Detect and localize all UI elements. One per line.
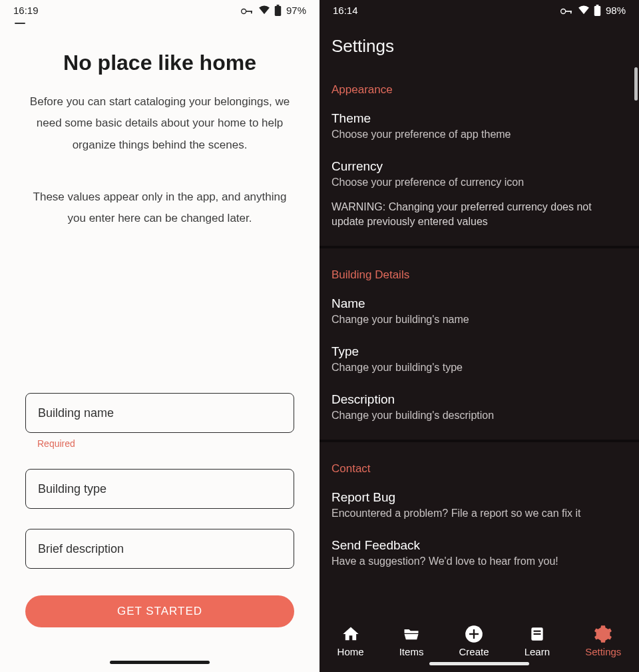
setting-building-desc[interactable]: Description Change your building's descr… [320,383,639,431]
setting-building-name-sub: Change your building's name [331,312,627,327]
onboarding-form: Building name Required Building type Bri… [25,373,294,672]
wifi-icon [578,5,590,15]
setting-report-bug[interactable]: Report Bug Encountered a problem? File a… [320,481,639,529]
setting-theme-title: Theme [331,111,627,126]
settings-scroll[interactable]: Appearance Theme Choose your preference … [320,63,639,612]
settings-title: Settings [320,20,639,63]
setting-building-type[interactable]: Type Change your building's type [320,335,639,383]
status-icons: 98% [560,5,626,16]
page-title: No place like home [25,51,294,75]
svg-rect-4 [275,6,281,16]
status-bar-right: 16:14 98% [320,0,639,20]
status-icons: 97% [241,5,306,16]
wifi-icon [258,5,270,15]
setting-building-name[interactable]: Name Change your building's name [320,287,639,335]
nav-items-label: Items [399,646,424,657]
section-appearance: Appearance [320,63,639,102]
status-time: 16:14 [333,5,358,16]
gear-icon [594,625,612,643]
intro-paragraph-1: Before you can start cataloging your bel… [25,91,294,156]
nav-home[interactable]: Home [337,625,364,657]
svg-rect-3 [277,5,280,6]
section-contact: Contact [320,442,639,481]
setting-report-bug-sub: Encountered a problem? File a report so … [331,506,627,521]
nav-items[interactable]: Items [399,625,424,657]
setting-send-feedback-sub: Have a suggestion? We'd love to hear fro… [331,554,627,569]
building-desc-label: Brief description [38,542,124,556]
building-name-helper: Required [37,438,294,449]
onboarding-content: No place like home Before you can start … [0,24,320,672]
building-name-label: Building name [38,406,114,420]
status-bar-left: 16:19 97% [0,0,320,20]
setting-building-desc-title: Description [331,392,627,407]
nav-learn[interactable]: Learn [525,625,550,657]
setting-theme-sub: Choose your preference of app theme [331,127,627,142]
nav-home-label: Home [337,646,364,657]
status-time: 16:19 [13,5,39,16]
home-icon [341,625,360,643]
setting-currency-title: Currency [331,159,627,174]
setting-currency[interactable]: Currency Choose your preference of curre… [320,150,639,237]
gesture-bar-icon [110,661,210,664]
scrollbar-icon [634,67,638,101]
setting-building-desc-sub: Change your building's description [331,408,627,423]
status-battery-pct: 97% [286,5,306,16]
setting-send-feedback-title: Send Feedback [331,538,627,553]
building-desc-input[interactable]: Brief description [25,529,294,569]
vpn-key-icon [241,6,254,14]
svg-rect-14 [533,631,540,632]
onboarding-screen: 16:19 97% No place like home Before you … [0,0,320,672]
nav-settings-label: Settings [585,646,621,657]
book-icon [528,625,546,643]
svg-point-0 [242,9,246,14]
settings-screen: 16:14 98% Settings Appearance Theme Choo… [320,0,639,672]
vpn-key-icon [560,6,574,14]
svg-rect-2 [251,11,252,13]
nav-learn-label: Learn [525,646,550,657]
svg-rect-9 [594,6,600,16]
svg-rect-7 [570,11,572,13]
section-building: Building Details [320,248,639,287]
nav-create-label: Create [459,646,489,657]
setting-theme[interactable]: Theme Choose your preference of app them… [320,102,639,150]
building-type-label: Building type [38,482,106,496]
building-name-input[interactable]: Building name [25,393,294,433]
building-type-input[interactable]: Building type [25,469,294,509]
plus-circle-icon [465,625,483,643]
setting-send-feedback[interactable]: Send Feedback Have a suggestion? We'd lo… [320,529,639,577]
gesture-bar-icon [429,662,529,665]
setting-report-bug-title: Report Bug [331,490,627,505]
svg-rect-15 [533,633,540,635]
setting-currency-warning: WARNING: Changing your preferred currenc… [331,200,627,228]
setting-building-name-title: Name [331,296,627,311]
folder-icon [402,625,421,643]
intro-paragraph-2: These values appear only in the app, and… [25,186,294,230]
svg-rect-12 [469,633,479,635]
battery-icon [274,5,282,15]
battery-icon [594,5,602,15]
setting-currency-sub: Choose your preference of currency icon [331,175,627,190]
svg-rect-8 [596,5,599,6]
get-started-button[interactable]: GET STARTED [25,595,294,627]
setting-building-type-title: Type [331,344,627,359]
nav-settings[interactable]: Settings [585,625,621,657]
nav-create[interactable]: Create [459,625,489,657]
setting-building-type-sub: Change your building's type [331,360,627,375]
status-battery-pct: 98% [606,5,626,16]
svg-point-5 [561,9,566,14]
